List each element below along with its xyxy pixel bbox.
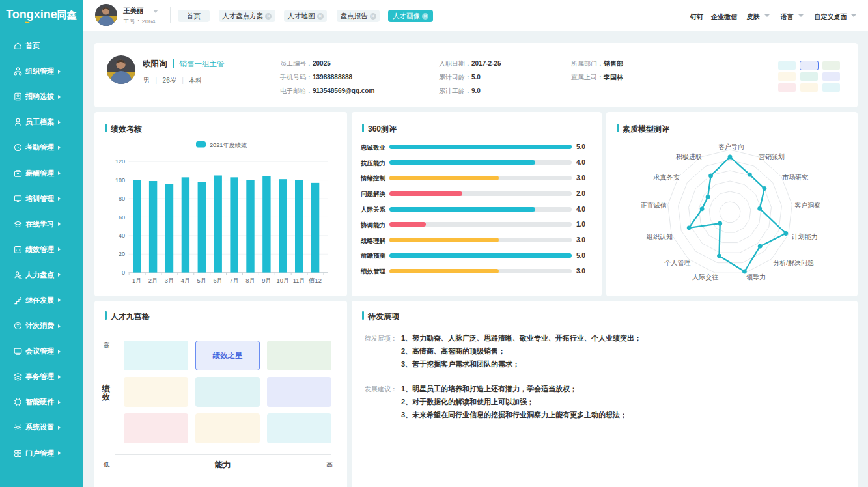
svg-text:人际交往: 人际交往 (692, 273, 718, 281)
svg-text:领导力: 领导力 (746, 273, 766, 281)
svg-text:100: 100 (115, 177, 125, 184)
svg-text:正直诚信: 正直诚信 (641, 202, 667, 209)
svg-text:个人管理: 个人管理 (664, 259, 691, 266)
svg-text:9月: 9月 (262, 277, 271, 284)
svg-text:8月: 8月 (245, 277, 255, 284)
svg-text:5月: 5月 (197, 277, 206, 284)
svg-text:4月: 4月 (181, 277, 190, 284)
svg-text:市场研究: 市场研究 (782, 174, 808, 181)
svg-text:2021年度绩效: 2021年度绩效 (210, 142, 247, 148)
svg-text:0: 0 (122, 270, 125, 276)
svg-text:40: 40 (119, 232, 125, 239)
svg-text:1月: 1月 (132, 277, 141, 284)
svg-text:2月: 2月 (148, 277, 158, 284)
svg-text:3月: 3月 (165, 277, 174, 284)
svg-text:营销策划: 营销策划 (759, 153, 785, 160)
svg-text:积极进取: 积极进取 (675, 153, 702, 160)
svg-text:7月: 7月 (229, 277, 238, 284)
svg-text:组织认知: 组织认知 (646, 233, 673, 240)
svg-text:值12: 值12 (308, 277, 322, 284)
svg-text:120: 120 (115, 158, 125, 165)
svg-text:计划能力: 计划能力 (791, 233, 818, 240)
svg-text:11月: 11月 (293, 277, 305, 284)
svg-text:分析/解决问题: 分析/解决问题 (773, 259, 814, 266)
svg-text:20: 20 (119, 251, 125, 257)
svg-text:10月: 10月 (276, 277, 289, 284)
svg-text:6月: 6月 (213, 277, 222, 284)
svg-text:客户洞察: 客户洞察 (794, 202, 820, 209)
svg-text:求真务实: 求真务实 (653, 174, 680, 181)
svg-text:60: 60 (119, 214, 125, 221)
svg-text:客户导向: 客户导向 (718, 143, 744, 150)
svg-text:80: 80 (119, 195, 125, 202)
